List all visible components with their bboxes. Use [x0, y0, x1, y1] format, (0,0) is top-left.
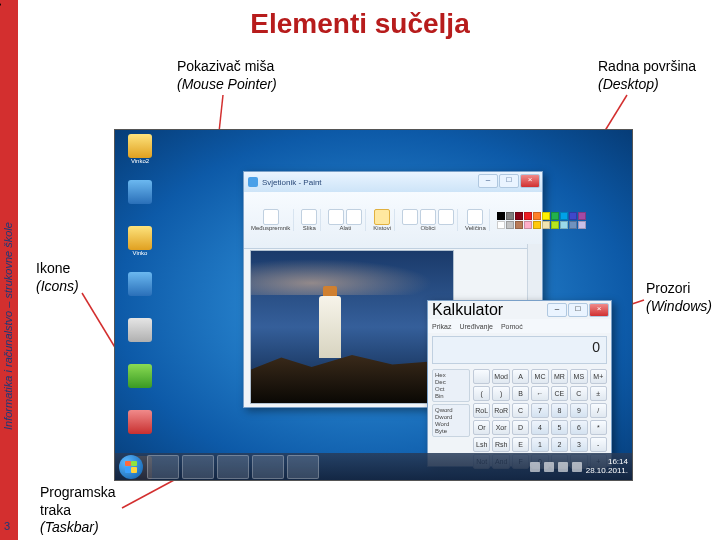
- calc-key[interactable]: Mod: [492, 369, 509, 384]
- maximize-button[interactable]: □: [568, 303, 588, 317]
- calc-title: Kalkulator: [432, 301, 503, 318]
- calc-key[interactable]: E: [512, 437, 529, 452]
- minimize-button[interactable]: –: [478, 174, 498, 188]
- maximize-button[interactable]: □: [499, 174, 519, 188]
- calc-key[interactable]: Or: [473, 420, 490, 435]
- desktop-icon[interactable]: Vinko: [121, 226, 159, 264]
- calc-key[interactable]: 1: [531, 437, 548, 452]
- palette-swatch[interactable]: [497, 212, 505, 220]
- ribbon-shapes[interactable]: Oblici: [399, 209, 458, 231]
- palette-swatch[interactable]: [578, 212, 586, 220]
- calc-key[interactable]: 5: [551, 420, 568, 435]
- minimize-button[interactable]: –: [547, 303, 567, 317]
- palette-swatch[interactable]: [515, 221, 523, 229]
- taskbar-button[interactable]: [182, 455, 214, 479]
- desktop-icon[interactable]: Vinko2: [121, 134, 159, 172]
- tray-icon[interactable]: [544, 462, 554, 472]
- calc-titlebar[interactable]: Kalkulator – □ ×: [428, 301, 611, 319]
- calc-key[interactable]: Lsh: [473, 437, 490, 452]
- calc-key[interactable]: RoR: [492, 403, 509, 418]
- calc-key[interactable]: M+: [590, 369, 607, 384]
- radix-group[interactable]: HexDecOctBin: [432, 369, 470, 402]
- palette-swatch[interactable]: [497, 221, 505, 229]
- ribbon-clipboard[interactable]: Međuspremnik: [248, 209, 294, 231]
- calc-key[interactable]: RoL: [473, 403, 490, 418]
- calc-key[interactable]: *: [590, 420, 607, 435]
- palette-swatch[interactable]: [560, 212, 568, 220]
- paint-titlebar[interactable]: Svjetionik - Paint – □ ×: [244, 172, 542, 192]
- system-tray[interactable]: 16:14 28.10.2011.: [530, 458, 628, 476]
- ribbon-size[interactable]: Veličina: [462, 209, 490, 231]
- palette-swatch[interactable]: [569, 221, 577, 229]
- desktop-icon[interactable]: [121, 272, 159, 310]
- tray-icon[interactable]: [572, 462, 582, 472]
- calc-key[interactable]: B: [512, 386, 529, 401]
- palette-swatch[interactable]: [524, 212, 532, 220]
- palette-swatch[interactable]: [542, 221, 550, 229]
- calc-key[interactable]: /: [590, 403, 607, 418]
- palette-swatch[interactable]: [533, 221, 541, 229]
- calc-key[interactable]: CE: [551, 386, 568, 401]
- palette-swatch[interactable]: [533, 212, 541, 220]
- paint-app-icon: [248, 177, 258, 187]
- close-button[interactable]: ×: [520, 174, 540, 188]
- menu-help[interactable]: Pomoć: [501, 323, 523, 330]
- palette-swatch[interactable]: [515, 212, 523, 220]
- taskbar-button[interactable]: [217, 455, 249, 479]
- menu-edit[interactable]: Uređivanje: [459, 323, 492, 330]
- palette-swatch[interactable]: [551, 212, 559, 220]
- tray-icon[interactable]: [530, 462, 540, 472]
- palette-swatch[interactable]: [506, 221, 514, 229]
- calc-key[interactable]: 9: [570, 403, 587, 418]
- taskbar[interactable]: 16:14 28.10.2011.: [115, 453, 632, 480]
- start-button[interactable]: [119, 455, 143, 479]
- palette-swatch[interactable]: [560, 221, 568, 229]
- palette-swatch[interactable]: [524, 221, 532, 229]
- taskbar-button[interactable]: [252, 455, 284, 479]
- calc-key[interactable]: 4: [531, 420, 548, 435]
- calc-key[interactable]: C: [570, 386, 587, 401]
- calc-key[interactable]: 2: [551, 437, 568, 452]
- calc-key[interactable]: [473, 369, 490, 384]
- calc-key[interactable]: 6: [570, 420, 587, 435]
- ribbon-tools[interactable]: Alati: [325, 209, 366, 231]
- calc-key[interactable]: D: [512, 420, 529, 435]
- palette-swatch[interactable]: [569, 212, 577, 220]
- calc-key[interactable]: MS: [570, 369, 587, 384]
- taskbar-button[interactable]: [287, 455, 319, 479]
- ribbon-image[interactable]: Slika: [298, 209, 321, 231]
- close-button[interactable]: ×: [589, 303, 609, 317]
- word-group[interactable]: QwordDwordWordByte: [432, 404, 470, 437]
- calc-key[interactable]: ): [492, 386, 509, 401]
- calculator-window[interactable]: Kalkulator – □ × Prikaz Uređivanje Pomoć…: [427, 300, 612, 467]
- calc-key[interactable]: A: [512, 369, 529, 384]
- palette-swatch[interactable]: [542, 212, 550, 220]
- ribbon-palette[interactable]: [494, 212, 589, 229]
- calc-key[interactable]: -: [590, 437, 607, 452]
- palette-swatch[interactable]: [506, 212, 514, 220]
- desktop-icon[interactable]: [121, 410, 159, 448]
- desktop-icon[interactable]: [121, 180, 159, 218]
- calc-key[interactable]: MR: [551, 369, 568, 384]
- calc-key[interactable]: 8: [551, 403, 568, 418]
- paint-canvas[interactable]: [250, 250, 454, 404]
- menu-view[interactable]: Prikaz: [432, 323, 451, 330]
- calc-key[interactable]: 7: [531, 403, 548, 418]
- calc-key[interactable]: 3: [570, 437, 587, 452]
- tray-icon[interactable]: [558, 462, 568, 472]
- calc-key[interactable]: ±: [590, 386, 607, 401]
- taskbar-button[interactable]: [147, 455, 179, 479]
- calc-key[interactable]: Rsh: [492, 437, 509, 452]
- calc-key[interactable]: MC: [531, 369, 548, 384]
- ribbon-brushes[interactable]: Kistovi: [370, 209, 395, 231]
- palette-swatch[interactable]: [578, 221, 586, 229]
- calc-menu[interactable]: Prikaz Uređivanje Pomoć: [428, 319, 611, 333]
- calc-key[interactable]: Xor: [492, 420, 509, 435]
- desktop-icon[interactable]: [121, 318, 159, 356]
- desktop-screenshot: Vinko2 Vinko Svjetionik - Paint – □ × Me…: [114, 129, 633, 481]
- calc-key[interactable]: C: [512, 403, 529, 418]
- palette-swatch[interactable]: [551, 221, 559, 229]
- calc-key[interactable]: (: [473, 386, 490, 401]
- desktop-icon[interactable]: [121, 364, 159, 402]
- calc-key[interactable]: ←: [531, 386, 548, 401]
